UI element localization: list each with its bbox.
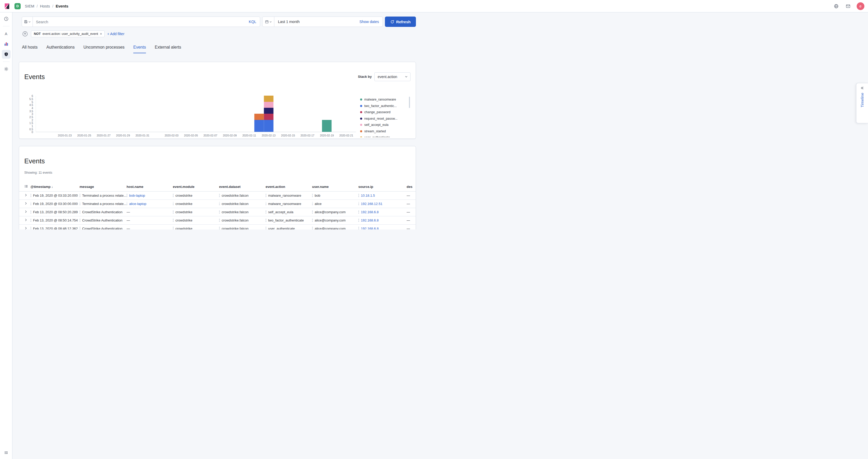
- drag-handle[interactable]: [30, 227, 31, 230]
- drag-handle[interactable]: [80, 202, 80, 206]
- drag-handle[interactable]: [358, 210, 359, 214]
- breadcrumb-siem[interactable]: SIEM: [25, 4, 34, 8]
- drag-handle[interactable]: [80, 194, 80, 197]
- drag-handle[interactable]: [173, 194, 174, 197]
- column-header-username[interactable]: user.name: [312, 182, 358, 191]
- drag-handle[interactable]: [219, 210, 220, 214]
- drag-handle[interactable]: [30, 219, 31, 222]
- letter-app-icon[interactable]: A: [2, 29, 10, 38]
- sort-desc-icon[interactable]: ↓: [51, 185, 53, 189]
- analytics-app-icon[interactable]: [2, 39, 10, 48]
- add-filter-link[interactable]: + Add filter: [107, 32, 125, 36]
- bar-segment-user_authenticate[interactable]: [264, 96, 274, 101]
- drag-handle[interactable]: [312, 210, 313, 214]
- legend-item-change_password[interactable]: change_password: [360, 109, 410, 116]
- filter-pill[interactable]: NOT event.action: user_activity_audit_ev…: [31, 30, 104, 37]
- drag-handle[interactable]: [266, 194, 266, 197]
- legend-scrollbar[interactable]: [409, 97, 410, 108]
- drag-handle[interactable]: [358, 194, 359, 197]
- drag-handle[interactable]: [312, 194, 313, 197]
- bar-segment-two_factor_authenticate[interactable]: [264, 120, 274, 132]
- legend-item-request_reset_passw-[interactable]: request_reset_passw...: [360, 116, 410, 122]
- save-query-button[interactable]: [22, 17, 33, 27]
- drag-handle[interactable]: [173, 210, 174, 214]
- legend-item-two_factor_authentic-[interactable]: two_factor_authentic...: [360, 103, 410, 109]
- column-header-eventaction[interactable]: event.action: [266, 182, 312, 191]
- drag-handle[interactable]: [30, 194, 31, 197]
- cell-value-source_ip[interactable]: 192.168.6.8: [361, 210, 379, 214]
- filter-icon[interactable]: [22, 30, 28, 37]
- tab-external-alerts[interactable]: External alerts: [155, 45, 181, 53]
- kibana-logo[interactable]: [4, 3, 10, 9]
- drag-handle[interactable]: [312, 219, 313, 222]
- drag-handle[interactable]: [173, 202, 174, 206]
- expand-row-button[interactable]: [19, 191, 30, 200]
- drag-handle[interactable]: [30, 210, 31, 214]
- bar-segment-two_factor_authenticate[interactable]: [254, 120, 264, 132]
- drag-handle[interactable]: [312, 227, 313, 230]
- drag-handle[interactable]: [358, 227, 359, 230]
- column-header-des[interactable]: des: [407, 182, 416, 191]
- drag-handle[interactable]: [30, 202, 31, 206]
- drag-handle[interactable]: [266, 202, 266, 206]
- bar-segment-malware_ransomware[interactable]: [322, 120, 332, 132]
- column-header-message[interactable]: message: [80, 182, 127, 191]
- drag-handle[interactable]: [219, 194, 220, 197]
- drag-handle[interactable]: [80, 219, 80, 222]
- cell-value-host[interactable]: bob-laptop: [129, 193, 145, 197]
- columns-button[interactable]: [19, 182, 30, 191]
- drag-handle[interactable]: [358, 219, 359, 222]
- legend-item-self_accept_eula[interactable]: self_accept_eula: [360, 122, 410, 128]
- search-input[interactable]: [33, 20, 245, 24]
- breadcrumb-hosts[interactable]: Hosts: [40, 4, 50, 8]
- cell-value-source_ip[interactable]: 192.168.6.8: [361, 227, 379, 230]
- stack-by-select[interactable]: event.action: [374, 72, 410, 81]
- column-header-eventdataset[interactable]: event.dataset: [219, 182, 266, 191]
- cell-value-host[interactable]: alice-laptop: [129, 202, 147, 206]
- tab-authentications[interactable]: Authentications: [46, 45, 74, 53]
- tab-uncommon-processes[interactable]: Uncommon processes: [84, 45, 125, 53]
- drag-handle[interactable]: [80, 210, 80, 214]
- kql-toggle[interactable]: KQL: [245, 20, 260, 24]
- bar-segment-self_accept_eula[interactable]: [264, 102, 274, 108]
- refresh-button[interactable]: Refresh: [385, 17, 416, 27]
- close-icon[interactable]: ×: [100, 32, 102, 36]
- drag-handle[interactable]: [173, 219, 174, 222]
- cell-value-source_ip[interactable]: 192.168.12.51: [361, 202, 382, 206]
- drag-handle[interactable]: [80, 227, 80, 230]
- expand-row-button[interactable]: [19, 208, 30, 216]
- column-header-timestamp[interactable]: @timestamp ↓: [30, 182, 80, 191]
- drag-handle[interactable]: [219, 219, 220, 222]
- time-range-value[interactable]: Last 1 month: [278, 20, 300, 24]
- expand-row-button[interactable]: [19, 224, 30, 230]
- siem-app-icon[interactable]: [2, 50, 10, 59]
- drag-handle[interactable]: [266, 210, 266, 214]
- expand-row-button[interactable]: [19, 200, 30, 208]
- space-badge[interactable]: D: [14, 3, 21, 9]
- column-header-sourceip[interactable]: source.ip: [358, 182, 407, 191]
- tab-all-hosts[interactable]: All hosts: [22, 45, 37, 53]
- drag-handle[interactable]: [173, 227, 174, 230]
- cell-value-source_ip[interactable]: 10.18.1.5: [361, 193, 375, 197]
- column-header-eventmodule[interactable]: event.module: [173, 182, 219, 191]
- column-header-hostname[interactable]: host.name: [127, 182, 173, 191]
- show-dates-link[interactable]: Show dates: [359, 20, 379, 24]
- recently-viewed-icon[interactable]: [2, 14, 10, 23]
- cell-value-source_ip[interactable]: 192.168.6.8: [361, 218, 379, 222]
- drag-handle[interactable]: [266, 219, 266, 222]
- drag-handle[interactable]: [127, 202, 127, 206]
- tab-events[interactable]: Events: [133, 45, 146, 53]
- drag-handle[interactable]: [219, 202, 220, 206]
- drag-handle[interactable]: [127, 194, 127, 197]
- bar-segment-request_reset_password[interactable]: [264, 108, 274, 114]
- legend-item-malware_ransomware[interactable]: malware_ransomware: [360, 96, 410, 103]
- legend-item-stream_started[interactable]: stream_started: [360, 128, 410, 135]
- drag-handle[interactable]: [266, 227, 266, 230]
- legend-item-user_authenticate[interactable]: user_authenticate: [360, 134, 410, 137]
- bar-segment-stream_started[interactable]: [254, 114, 264, 120]
- drag-handle[interactable]: [358, 202, 359, 206]
- drag-handle[interactable]: [219, 227, 220, 230]
- expand-row-button[interactable]: [19, 216, 30, 224]
- calendar-button[interactable]: [262, 17, 274, 27]
- drag-handle[interactable]: [312, 202, 313, 206]
